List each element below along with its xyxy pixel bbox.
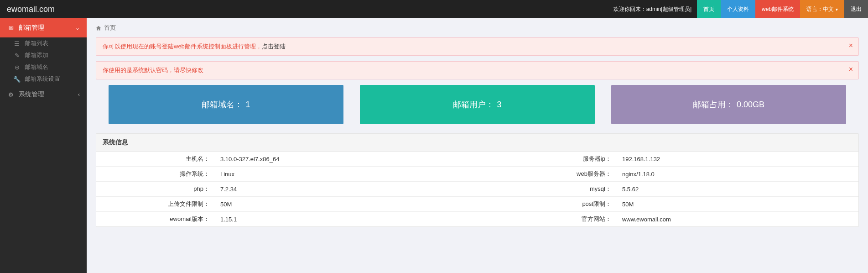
system-info-table: 主机名：3.10.0-327.el7.x86_64服务器ip：192.168.1… bbox=[96, 152, 858, 226]
info-value: Linux bbox=[215, 167, 498, 182]
info-key: post限制： bbox=[498, 197, 617, 212]
top-header: ewomail.com 欢迎你回来： admin[超级管理员] 首页 个人资料 … bbox=[0, 0, 868, 18]
sidebar-item-label: 邮箱系统设置 bbox=[25, 75, 60, 83]
globe-icon: ⊕ bbox=[13, 64, 21, 71]
header-right: 欢迎你回来： admin[超级管理员] 首页 个人资料 web邮件系统 语言：中… bbox=[608, 0, 868, 18]
chevron-down-icon: ▾ bbox=[836, 7, 838, 12]
info-key: 操作系统： bbox=[96, 167, 215, 182]
table-row: 操作系统：Linuxweb服务器：nginx/1.18.0 bbox=[96, 167, 858, 182]
sidebar-item-mailbox-add[interactable]: ✎ 邮箱添加 bbox=[0, 49, 87, 61]
sidebar-item-mailbox-list[interactable]: ☰ 邮箱列表 bbox=[0, 37, 87, 49]
chevron-left-icon: ‹ bbox=[78, 91, 80, 98]
sidebar-item-label: 邮箱域名 bbox=[25, 63, 48, 71]
pencil-icon: ✎ bbox=[13, 52, 21, 59]
info-key: ewomail版本： bbox=[96, 212, 215, 227]
sidebar-mail-management[interactable]: ✉ 邮箱管理 ⌄ bbox=[0, 18, 87, 37]
wrench-icon: 🔧 bbox=[13, 76, 21, 83]
table-row: ewomail版本：1.15.1官方网站：www.ewomail.com bbox=[96, 212, 858, 227]
sidebar-system-management[interactable]: ⚙ 系统管理 ‹ bbox=[0, 85, 87, 104]
sidebar-mail-label: 邮箱管理 bbox=[19, 24, 44, 32]
alert-text: 你使用的是系统默认密码，请尽快修改 bbox=[103, 67, 203, 74]
nav-home-button[interactable]: 首页 bbox=[697, 0, 721, 18]
info-value: 50M bbox=[617, 197, 858, 212]
info-key: 上传文件限制： bbox=[96, 197, 215, 212]
alert-webmail-login: 你可以使用现在的账号登陆web邮件系统控制面板进行管理，点击登陆 × bbox=[96, 37, 859, 56]
sidebar-item-label: 邮箱添加 bbox=[25, 51, 48, 59]
alert-text-red: 你可以使用现在的账号登陆web邮件系统控制面板进行管理， bbox=[103, 43, 262, 50]
brand-logo: ewomail.com bbox=[0, 5, 87, 14]
alert-default-password: 你使用的是系统默认密码，请尽快修改 × bbox=[96, 61, 859, 79]
info-key: 官方网站： bbox=[498, 212, 617, 227]
sidebar: ✉ 邮箱管理 ⌄ ☰ 邮箱列表 ✎ 邮箱添加 ⊕ 邮箱域名 🔧 邮箱系统设置 ⚙ bbox=[0, 18, 87, 273]
home-icon bbox=[96, 25, 101, 31]
sidebar-item-mailbox-domain[interactable]: ⊕ 邮箱域名 bbox=[0, 61, 87, 73]
stat-usage-box: 邮箱占用： 0.00GB bbox=[611, 85, 846, 124]
gear-icon: ⚙ bbox=[7, 91, 15, 98]
stat-domain-label: 邮箱域名： bbox=[202, 99, 243, 110]
stat-usage-value: 0.00GB bbox=[737, 100, 764, 110]
info-key: mysql： bbox=[498, 182, 617, 197]
nav-language-dropdown[interactable]: 语言：中文 ▾ bbox=[800, 0, 844, 18]
table-row: 上传文件限制：50Mpost限制：50M bbox=[96, 197, 858, 212]
sidebar-mail-submenu: ☰ 邮箱列表 ✎ 邮箱添加 ⊕ 邮箱域名 🔧 邮箱系统设置 bbox=[0, 37, 87, 85]
welcome-text: 欢迎你回来： admin[超级管理员] bbox=[608, 0, 697, 18]
info-value: 1.15.1 bbox=[215, 212, 498, 227]
sidebar-item-label: 邮箱列表 bbox=[25, 39, 48, 47]
info-value: nginx/1.18.0 bbox=[617, 167, 858, 182]
info-key: web服务器： bbox=[498, 167, 617, 182]
nav-language-label: 语言：中文 bbox=[806, 5, 834, 13]
info-value: 3.10.0-327.el7.x86_64 bbox=[215, 152, 498, 167]
envelope-icon: ✉ bbox=[7, 25, 15, 31]
stat-domain-value: 1 bbox=[245, 100, 250, 110]
info-value: 192.168.1.132 bbox=[617, 152, 858, 167]
breadcrumb: 首页 bbox=[87, 18, 868, 37]
info-value: 5.5.62 bbox=[617, 182, 858, 197]
stat-usage-label: 邮箱占用： bbox=[693, 99, 734, 110]
stat-user-label: 邮箱用户： bbox=[453, 99, 494, 110]
info-value: www.ewomail.com bbox=[617, 212, 858, 227]
breadcrumb-home[interactable]: 首页 bbox=[104, 24, 116, 32]
info-key: 主机名： bbox=[96, 152, 215, 167]
info-key: 服务器ip： bbox=[498, 152, 617, 167]
sidebar-item-mailbox-settings[interactable]: 🔧 邮箱系统设置 bbox=[0, 73, 87, 85]
table-row: 主机名：3.10.0-327.el7.x86_64服务器ip：192.168.1… bbox=[96, 152, 858, 167]
nav-logout-button[interactable]: 退出 bbox=[844, 0, 868, 18]
system-info-panel: 系统信息 主机名：3.10.0-327.el7.x86_64服务器ip：192.… bbox=[96, 133, 859, 227]
info-key: php： bbox=[96, 182, 215, 197]
alert-login-link[interactable]: 点击登陆 bbox=[262, 43, 286, 50]
sidebar-sys-label: 系统管理 bbox=[19, 90, 44, 99]
main-content: 首页 你可以使用现在的账号登陆web邮件系统控制面板进行管理，点击登陆 × 你使… bbox=[87, 18, 868, 273]
nav-profile-button[interactable]: 个人资料 bbox=[721, 0, 755, 18]
close-icon[interactable]: × bbox=[849, 42, 853, 50]
stat-user-box: 邮箱用户： 3 bbox=[360, 85, 595, 124]
chevron-down-icon: ⌄ bbox=[75, 25, 80, 31]
info-value: 7.2.34 bbox=[215, 182, 498, 197]
info-value: 50M bbox=[215, 197, 498, 212]
table-row: php：7.2.34mysql：5.5.62 bbox=[96, 182, 858, 197]
welcome-prefix: 欢迎你回来： bbox=[613, 5, 646, 13]
list-icon: ☰ bbox=[13, 40, 21, 47]
stat-user-value: 3 bbox=[497, 100, 501, 110]
stats-row: 邮箱域名： 1 邮箱用户： 3 邮箱占用： 0.00GB bbox=[96, 85, 859, 124]
stat-domain-box: 邮箱域名： 1 bbox=[109, 85, 343, 124]
welcome-username: admin[超级管理员] bbox=[646, 5, 691, 13]
nav-webmail-button[interactable]: web邮件系统 bbox=[755, 0, 800, 18]
close-icon[interactable]: × bbox=[849, 65, 853, 74]
panel-title: 系统信息 bbox=[96, 134, 858, 152]
